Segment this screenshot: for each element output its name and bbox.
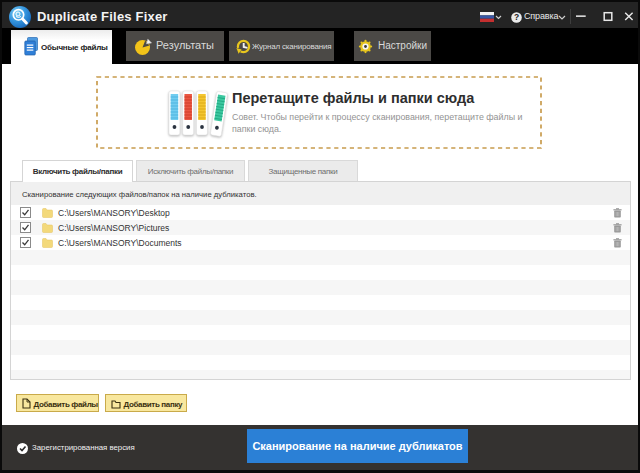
svg-text:?: ? <box>514 12 519 22</box>
